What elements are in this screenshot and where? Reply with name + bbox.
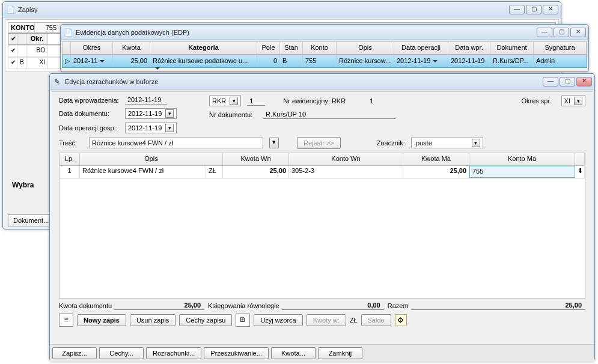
konto-value: 755 bbox=[35, 23, 59, 32]
edp-title: Ewidencja danych podatkowych (EDP) bbox=[76, 29, 537, 36]
col-blank bbox=[17, 34, 26, 44]
col-sygnatura[interactable]: Sygnatura bbox=[534, 42, 587, 54]
ksieg-label: Księgowania równoległe bbox=[208, 302, 279, 309]
zapisy-titlebar[interactable]: 📄 Zapisy — ▢ ✕ bbox=[3, 2, 561, 17]
saldo-button[interactable]: Saldo bbox=[361, 314, 391, 326]
ksieg-value: 0,00 bbox=[282, 301, 384, 310]
chevron-down-icon[interactable]: ▾ bbox=[165, 109, 174, 118]
close-button[interactable]: ✕ bbox=[570, 28, 586, 37]
znacznik-combo[interactable]: .puste▾ bbox=[411, 138, 483, 148]
nr-ew-label: Nr ewidencyjny: RKR bbox=[283, 97, 346, 105]
grid-header: Lp. Opis Kwota Wn Konto Wn Kwota Ma Kont… bbox=[59, 153, 585, 166]
col-kwota[interactable]: Kwota bbox=[113, 42, 150, 54]
menu-icon[interactable]: ≡ bbox=[59, 314, 73, 327]
konto-ma-cell-editing[interactable]: 755 bbox=[469, 166, 575, 178]
pencil-icon: ✎ bbox=[52, 77, 62, 86]
col-okr[interactable]: Okr. bbox=[26, 34, 48, 44]
dokument-button[interactable]: Dokument... bbox=[8, 214, 54, 226]
data-op-combo[interactable]: 2012-11-19▾ bbox=[125, 123, 177, 133]
data-dok-combo[interactable]: 2012-11-19▾ bbox=[125, 108, 177, 119]
okres-spr-combo[interactable]: XI▾ bbox=[561, 96, 585, 106]
edp-table-header: Okres Kwota Kategoria Pole Stan Konto Op… bbox=[62, 41, 587, 55]
window-icon: 📄 bbox=[63, 28, 73, 37]
col-konto-wn[interactable]: Konto Wn bbox=[289, 153, 403, 165]
dropdown-arrow-icon[interactable] bbox=[100, 60, 105, 62]
rkr-num: 1 bbox=[247, 97, 265, 106]
chevron-down-icon[interactable]: ▾ bbox=[269, 138, 279, 148]
col-kategoria[interactable]: Kategoria bbox=[150, 42, 257, 54]
data-dok-label: Data dokumentu: bbox=[59, 110, 125, 117]
col-lp[interactable]: Lp. bbox=[59, 153, 80, 165]
minimize-button[interactable]: — bbox=[509, 5, 525, 14]
razem-value: 25,00 bbox=[411, 301, 585, 310]
rejestr-button[interactable]: Rejestr >> bbox=[297, 137, 341, 149]
tresc-label: Treść: bbox=[59, 139, 83, 147]
grid-empty-area bbox=[59, 178, 585, 299]
minimize-button[interactable]: — bbox=[543, 77, 558, 86]
nr-ew-num: 1 bbox=[370, 97, 373, 105]
erb-toolbar: ≡ Nowy zapis Usuń zapis Cechy zapisu 🗎 U… bbox=[59, 314, 585, 327]
cechy-button[interactable]: Cechy... bbox=[99, 347, 144, 359]
dropdown-arrow-icon[interactable] bbox=[433, 60, 438, 62]
konto-label: KONTO bbox=[8, 23, 35, 32]
col-okres[interactable]: Okres bbox=[71, 42, 113, 54]
dropdown-arrow-icon[interactable] bbox=[155, 67, 160, 70]
rkr-combo[interactable]: RKR▾ bbox=[209, 96, 241, 106]
grid-data-row[interactable]: 1 Różnice kursowe4 FWN / zł ZŁ 25,00 305… bbox=[59, 166, 585, 178]
erb-title: Edycja rozrachunków w buforze bbox=[65, 78, 543, 85]
edp-data-row[interactable]: ▷ 2012-11 25,00 Różnice kursowe podatkow… bbox=[62, 55, 587, 68]
zapisy-title: Zapisy bbox=[18, 6, 509, 13]
rozrachunki-button[interactable]: Rozrachunki... bbox=[146, 347, 201, 359]
chevron-down-icon[interactable]: ▾ bbox=[574, 97, 582, 105]
uzyj-wzorca-button[interactable]: Użyj wzorca bbox=[254, 314, 302, 326]
chevron-down-icon[interactable]: ▾ bbox=[165, 124, 174, 132]
window-icon: 📄 bbox=[5, 5, 15, 14]
minimize-button[interactable]: — bbox=[537, 28, 552, 37]
footer-totals: Kwota dokumentu 25,00 Księgowania równol… bbox=[59, 301, 585, 310]
okres-spr-label: Okres spr. bbox=[521, 97, 551, 105]
gear-icon[interactable]: ⚙ bbox=[395, 314, 407, 326]
kwota-dok-label: Kwota dokumentu bbox=[59, 302, 112, 309]
usun-zapis-button[interactable]: Usuń zapis bbox=[130, 314, 175, 326]
erb-titlebar[interactable]: ✎ Edycja rozrachunków w buforze — ▢ ✕ bbox=[50, 74, 594, 89]
col-data-wpr[interactable]: Data wpr. bbox=[448, 42, 490, 54]
col-opis[interactable]: Opis bbox=[337, 42, 394, 54]
nowy-zapis-button[interactable]: Nowy zapis bbox=[77, 314, 126, 326]
col-pole[interactable]: Pole bbox=[257, 42, 280, 54]
zl-label: ZŁ bbox=[350, 317, 358, 324]
edp-titlebar[interactable]: 📄 Ewidencja danych podatkowych (EDP) — ▢… bbox=[61, 25, 588, 40]
kwota-button[interactable]: Kwota... bbox=[271, 347, 316, 359]
row-marker-icon: ▷ bbox=[63, 55, 71, 67]
doc-icon[interactable]: 🗎 bbox=[236, 314, 250, 327]
kwota-dok-value: 25,00 bbox=[114, 301, 204, 310]
tresc-input[interactable]: Różnice kursowe4 FWN / zł bbox=[89, 138, 263, 148]
row-arrow-icon[interactable]: ⬇ bbox=[575, 166, 585, 178]
erb-bottom-bar: Zapisz... Cechy... Rozrachunki... Przesz… bbox=[50, 344, 594, 362]
col-kwota-wn[interactable]: Kwota Wn bbox=[223, 153, 289, 165]
maximize-button[interactable]: ▢ bbox=[554, 28, 569, 37]
col-data-op[interactable]: Data operacji bbox=[394, 42, 448, 54]
wybra-label: Wybra bbox=[12, 181, 34, 189]
chevron-down-icon[interactable]: ▾ bbox=[230, 97, 238, 105]
kwoty-w-button[interactable]: Kwoty w: bbox=[307, 314, 346, 326]
col-dokument[interactable]: Dokument bbox=[490, 42, 534, 54]
col-opis[interactable]: Opis bbox=[80, 153, 223, 165]
cechy-zapisu-button[interactable]: Cechy zapisu bbox=[179, 314, 232, 326]
col-konto[interactable]: Konto bbox=[303, 42, 337, 54]
col-konto-ma[interactable]: Konto Ma bbox=[469, 153, 575, 165]
przeszukiwanie-button[interactable]: Przeszukiwanie... bbox=[204, 347, 269, 359]
col-kwota-ma[interactable]: Kwota Ma bbox=[403, 153, 469, 165]
close-button[interactable]: ✕ bbox=[543, 5, 558, 14]
close-button[interactable]: ✕ bbox=[576, 77, 592, 86]
chevron-down-icon[interactable]: ▾ bbox=[472, 139, 480, 147]
znacznik-label: Znacznik: bbox=[377, 139, 405, 147]
col-check[interactable]: ✔ bbox=[8, 34, 17, 44]
maximize-button[interactable]: ▢ bbox=[526, 5, 542, 14]
zapisz-button[interactable]: Zapisz... bbox=[52, 347, 97, 359]
data-op-label: Data operacji gosp.: bbox=[59, 124, 125, 132]
maximize-button[interactable]: ▢ bbox=[560, 77, 575, 86]
col-stan[interactable]: Stan bbox=[280, 42, 303, 54]
erb-window: ✎ Edycja rozrachunków w buforze — ▢ ✕ Da… bbox=[49, 73, 595, 362]
zamknij-button[interactable]: Zamknij bbox=[318, 347, 362, 359]
data-wpr-label: Data wprowadzenia: bbox=[59, 97, 125, 104]
